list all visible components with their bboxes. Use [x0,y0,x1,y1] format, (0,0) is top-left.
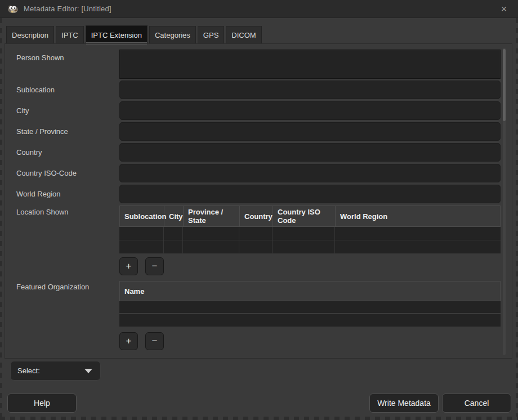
scrollbar-thumb[interactable] [503,49,506,121]
organization-add-row-button[interactable]: + [119,332,138,350]
table-row[interactable] [119,240,501,254]
window-title: Metadata Editor: [Untitled] [24,5,111,13]
window-resize-border-left[interactable] [0,18,2,417]
tab-label: IPTC [61,31,78,39]
tab-gps[interactable]: GPS [198,26,224,44]
tab-label: Categories [155,31,190,39]
location-shown-table: Sublocation City Province / State Countr… [119,205,501,254]
world-region-label: World Region [16,190,61,198]
country-iso-code-input[interactable] [119,164,501,182]
table-cell[interactable] [119,314,501,327]
close-icon[interactable]: × [495,0,512,18]
organization-remove-row-button[interactable]: − [145,332,164,350]
state-province-input[interactable] [119,122,501,141]
table-cell[interactable] [119,227,164,240]
sublocation-input[interactable] [119,81,501,99]
column-header-name[interactable]: Name [120,282,500,301]
tab-label: DICOM [231,31,256,39]
select-dropdown-label: Select: [17,367,84,375]
window-resize-border-bottom[interactable] [0,417,518,420]
column-header-country[interactable]: Country [240,206,273,226]
tab-label: GPS [203,31,218,39]
tab-dicom[interactable]: DICOM [226,26,261,44]
table-cell[interactable] [183,227,239,240]
country-label: Country [16,148,42,157]
column-header-country-iso-code[interactable]: Country ISO Code [273,206,336,226]
table-cell[interactable] [239,240,273,253]
metadata-editor-window: Metadata Editor: [Untitled] × Descriptio… [0,0,518,420]
location-remove-row-button[interactable]: − [145,257,164,275]
write-metadata-button[interactable]: Write Metadata [369,394,439,413]
organization-table-header: Name [119,281,501,301]
table-cell[interactable] [119,301,501,313]
city-label: City [16,106,29,115]
person-shown-textarea[interactable] [119,50,501,79]
tab-label: IPTC Extension [91,31,142,39]
gimp-wilber-icon [7,4,19,14]
table-cell[interactable] [164,240,183,253]
featured-organization-label: Featured Organization [16,283,89,291]
location-shown-label: Location Shown [16,208,69,216]
location-table-header: Sublocation City Province / State Countr… [119,205,501,227]
table-row[interactable] [119,301,501,314]
tab-label: Description [12,31,48,39]
column-header-world-region[interactable]: World Region [336,206,500,226]
tab-strip: Description IPTC IPTC Extension Categori… [6,25,262,44]
table-row[interactable] [119,227,501,240]
table-row[interactable] [119,314,501,327]
table-cell[interactable] [164,227,183,240]
tab-description[interactable]: Description [6,26,54,44]
column-header-sublocation[interactable]: Sublocation [120,206,164,226]
world-region-input[interactable] [119,185,501,203]
chevron-down-icon [84,369,92,373]
table-cell[interactable] [273,227,335,240]
state-province-label: State / Province [16,127,68,136]
table-cell[interactable] [335,240,501,253]
person-shown-label: Person Shown [16,53,64,62]
cancel-button[interactable]: Cancel [442,394,511,413]
country-input[interactable] [119,143,501,162]
table-cell[interactable] [119,240,164,253]
tab-iptc-extension[interactable]: IPTC Extension [86,25,148,44]
table-cell[interactable] [335,227,501,240]
column-header-city[interactable]: City [164,206,184,226]
country-iso-code-label: Country ISO-Code [16,169,77,177]
help-button[interactable]: Help [7,394,77,413]
select-dropdown[interactable]: Select: [10,361,101,381]
city-input[interactable] [119,101,501,120]
table-cell[interactable] [273,240,335,253]
tab-categories[interactable]: Categories [149,26,196,44]
table-cell[interactable] [239,227,273,240]
location-add-row-button[interactable]: + [119,257,138,275]
sublocation-label: Sublocation [16,86,55,94]
table-cell[interactable] [183,240,239,253]
featured-organization-table: Name [119,281,501,327]
tab-iptc[interactable]: IPTC [56,26,84,44]
column-header-province-state[interactable]: Province / State [184,206,240,226]
titlebar: Metadata Editor: [Untitled] × [0,0,518,18]
vertical-scrollbar[interactable] [503,48,506,355]
window-resize-border-right[interactable] [516,18,518,417]
